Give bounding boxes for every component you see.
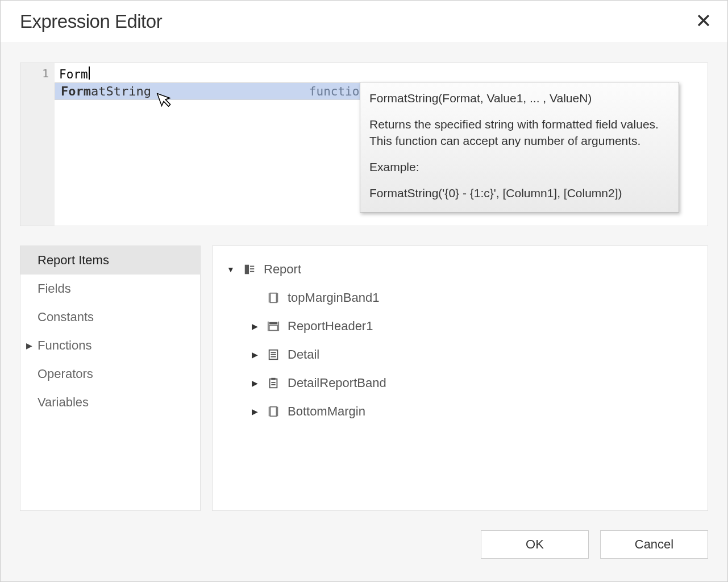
category-item-fields[interactable]: Fields (20, 275, 200, 303)
tree-node-topmarginband1[interactable]: topMarginBand1 (250, 284, 694, 312)
tree-node-detail[interactable]: ▶ Detail (250, 340, 694, 369)
svg-rect-4 (250, 268, 254, 269)
category-item-functions[interactable]: ▶ Functions (20, 331, 200, 360)
autocomplete-item-label: FormatString (61, 84, 151, 98)
svg-rect-20 (271, 384, 275, 385)
svg-rect-9 (269, 322, 278, 325)
margin-icon (267, 292, 280, 304)
svg-rect-14 (271, 352, 276, 353)
clipboard-icon (267, 377, 280, 389)
svg-rect-7 (269, 293, 270, 303)
svg-rect-17 (270, 379, 277, 388)
tree-node-detailreportband[interactable]: ▶ DetailReportBand (250, 369, 694, 397)
category-item-operators[interactable]: Operators (20, 360, 200, 388)
chevron-right-icon: ▶ (250, 322, 259, 331)
doc-example-label: Example: (369, 159, 669, 175)
svg-rect-23 (277, 407, 278, 417)
svg-rect-19 (271, 382, 275, 383)
chevron-right-icon: ▶ (250, 350, 259, 359)
category-item-variables[interactable]: Variables (20, 388, 200, 417)
doc-description: Returns the specified string with format… (369, 117, 669, 149)
category-label: Functions (38, 338, 91, 353)
code-text: Form (59, 68, 88, 81)
chevron-right-icon: ▶ (26, 341, 32, 350)
report-tree: ▼ Report top (226, 255, 694, 426)
autocomplete-popup: FormatString function (55, 82, 373, 100)
text-caret (89, 66, 90, 80)
line-number: 1 (42, 66, 49, 80)
function-doc-tooltip: FormatString(Format, Value1, ... , Value… (360, 82, 679, 213)
tree-node-label: Report (264, 262, 301, 277)
tree-node-reportheader1[interactable]: ▶ ReportHeader1 (250, 312, 694, 340)
tree-node-label: topMarginBand1 (288, 290, 379, 305)
tree-node-report[interactable]: ▼ Report (226, 255, 694, 284)
svg-rect-12 (278, 322, 279, 331)
doc-signature: FormatString(Format, Value1, ... , Value… (369, 90, 669, 106)
tree-node-label: ReportHeader1 (288, 319, 373, 334)
svg-rect-5 (250, 271, 254, 272)
svg-rect-3 (250, 266, 254, 267)
svg-rect-6 (271, 293, 277, 303)
dialog-body: 1 Form FormatString function FormatStrin… (1, 43, 727, 581)
category-list: Report Items Fields Constants ▶ Function… (20, 246, 200, 417)
svg-rect-18 (271, 378, 275, 380)
svg-rect-16 (271, 356, 276, 357)
doc-example-code: FormatString('{0} - {1:c}', [Column1], [… (369, 185, 669, 201)
ok-button[interactable]: OK (481, 530, 589, 559)
line-gutter: 1 (20, 63, 55, 226)
svg-rect-8 (277, 293, 278, 303)
svg-rect-15 (271, 354, 276, 355)
report-icon (243, 263, 256, 276)
chevron-right-icon: ▶ (250, 379, 259, 388)
autocomplete-item-kind: function (309, 85, 367, 98)
dialog-title: Expression Editor (20, 11, 162, 32)
chevron-down-icon: ▼ (226, 265, 235, 274)
category-item-report-items[interactable]: Report Items (20, 246, 200, 275)
svg-rect-21 (271, 407, 277, 417)
detail-icon (267, 348, 280, 361)
chevron-right-icon: ▶ (250, 407, 259, 416)
code-editor[interactable]: 1 Form FormatString function FormatStrin… (20, 63, 708, 226)
category-label: Report Items (38, 253, 109, 268)
category-item-constants[interactable]: Constants (20, 303, 200, 331)
tree-node-label: Detail (288, 347, 319, 362)
category-label: Variables (38, 395, 89, 410)
svg-rect-11 (268, 322, 269, 331)
autocomplete-item[interactable]: FormatString function (55, 83, 372, 99)
cancel-button[interactable]: Cancel (600, 530, 708, 559)
category-label: Operators (38, 367, 93, 381)
dialog-footer: OK Cancel (1, 530, 727, 581)
svg-rect-2 (245, 265, 249, 275)
svg-rect-22 (269, 407, 270, 417)
band-icon (267, 320, 280, 332)
tree-node-label: BottomMargin (288, 404, 365, 419)
tree-node-bottommargin[interactable]: ▶ BottomMargin (250, 397, 694, 426)
close-icon[interactable] (697, 13, 710, 30)
dialog-header: Expression Editor (1, 1, 727, 43)
tree-panel: ▼ Report top (212, 246, 708, 511)
margin-icon (267, 405, 280, 418)
category-label: Constants (38, 310, 94, 325)
svg-rect-10 (269, 325, 278, 330)
category-panel: Report Items Fields Constants ▶ Function… (20, 246, 201, 511)
tree-node-label: DetailReportBand (288, 376, 386, 390)
expression-editor-dialog: Expression Editor 1 Form FormatString fu… (0, 0, 728, 582)
category-label: Fields (38, 281, 71, 296)
browser-panels: Report Items Fields Constants ▶ Function… (20, 246, 708, 511)
